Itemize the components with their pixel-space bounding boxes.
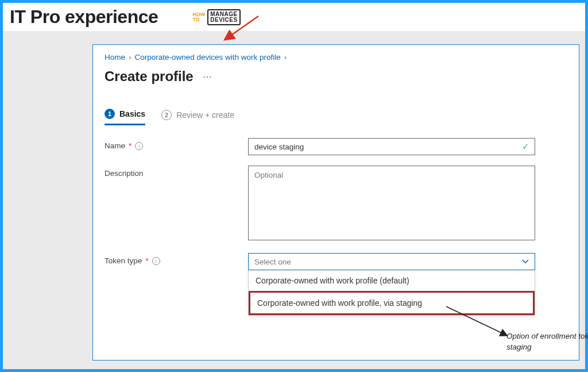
- breadcrumb-parent[interactable]: Corporate-owned devices with work profil…: [135, 53, 281, 62]
- token-option-staging[interactable]: Corporate-owned with work profile, via s…: [249, 291, 535, 315]
- breadcrumb: Home › Corporate-owned devices with work…: [105, 53, 567, 62]
- step-number-icon: 1: [105, 109, 115, 119]
- logo-text: DEVICES: [210, 17, 237, 23]
- chevron-right-icon: ›: [284, 53, 287, 62]
- form-row-description: Description: [105, 166, 567, 243]
- logo-text: MANAGE: [210, 11, 237, 17]
- tab-label: Basics: [119, 109, 145, 118]
- app-frame: IT Pro experience HOW TO MANAGE DEVICES …: [0, 0, 588, 372]
- required-asterisk: *: [129, 141, 131, 150]
- checkmark-icon: ✓: [522, 141, 529, 152]
- portal-panel: Home › Corporate-owned devices with work…: [92, 44, 579, 361]
- select-placeholder: Select one: [254, 258, 291, 266]
- tab-review-create[interactable]: 2 Review + create: [161, 110, 234, 125]
- chevron-right-icon: ›: [129, 53, 131, 62]
- page-title: Create profile: [105, 68, 194, 85]
- tab-basics[interactable]: 1 Basics: [105, 109, 145, 125]
- token-type-select[interactable]: Select one: [248, 253, 535, 270]
- tab-strip: 1 Basics 2 Review + create: [105, 109, 567, 125]
- token-type-label: Token type * i: [105, 253, 248, 265]
- annotation-text: Option of enrollment token for device st…: [506, 331, 588, 353]
- token-type-dropdown: Corporate-owned with work profile (defau…: [248, 270, 535, 316]
- description-input[interactable]: [248, 166, 535, 240]
- step-number-icon: 2: [161, 110, 172, 120]
- form-area: Name * i ✓ Description: [105, 138, 567, 316]
- chevron-down-icon: [522, 259, 529, 264]
- logo-text: TO: [192, 17, 205, 22]
- title-row: Create profile ⋯: [105, 68, 567, 85]
- token-option-default[interactable]: Corporate-owned with work profile (defau…: [249, 270, 535, 291]
- form-row-name: Name * i ✓: [105, 138, 567, 155]
- breadcrumb-home[interactable]: Home: [105, 53, 125, 62]
- description-label: Description: [105, 166, 248, 178]
- required-asterisk: *: [145, 256, 148, 265]
- name-input[interactable]: [248, 138, 535, 155]
- info-icon[interactable]: i: [135, 142, 143, 150]
- more-actions-button[interactable]: ⋯: [203, 71, 213, 82]
- page-heading: IT Pro experience: [10, 6, 158, 28]
- name-label: Name * i: [105, 138, 248, 150]
- logo: HOW TO MANAGE DEVICES: [192, 9, 240, 25]
- info-icon[interactable]: i: [152, 257, 160, 265]
- header-band: IT Pro experience HOW TO MANAGE DEVICES: [3, 3, 585, 31]
- form-row-token-type: Token type * i Select one Corporate-owne…: [105, 253, 567, 316]
- tab-label: Review + create: [176, 110, 234, 120]
